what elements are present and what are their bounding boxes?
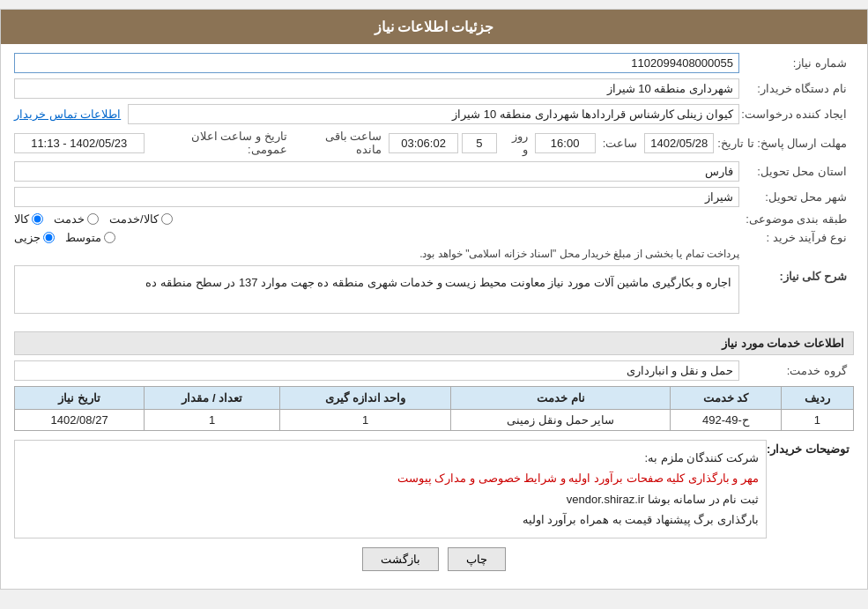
day-value: 5 bbox=[462, 133, 497, 153]
need-number-label: شماره نیاز: bbox=[739, 56, 854, 70]
buyer-notes-line-1: شرکت کنندگان ملزم به: bbox=[22, 448, 759, 468]
day-label: روز و bbox=[501, 130, 531, 156]
buyer-notes-section: توضیحات خریدار: شرکت کنندگان ملزم به: مه… bbox=[14, 440, 854, 538]
remaining-label: ساعت باقی مانده bbox=[294, 130, 385, 156]
table-cell: 1 bbox=[781, 410, 853, 431]
table-row: 1ح-49-492سایر حمل ونقل زمینی111402/08/27 bbox=[15, 410, 854, 431]
table-header-row: ردیف bbox=[781, 387, 853, 410]
service-group-label: گروه خدمت: bbox=[739, 364, 854, 377]
table-header-need-date: تاریخ نیاز bbox=[15, 387, 145, 410]
category-option-kala[interactable]: کالا bbox=[14, 212, 43, 226]
print-button[interactable]: چاپ bbox=[448, 547, 506, 571]
announce-date-label: تاریخ و ساعت اعلان عمومی: bbox=[148, 130, 291, 156]
table-cell: 1 bbox=[280, 410, 451, 431]
purchase-type-motawaset-label: متوسط bbox=[65, 231, 101, 244]
response-deadline-label: مهلت ارسال پاسخ: تا تاریخ: bbox=[717, 137, 854, 150]
page-title: جزئیات اطلاعات نیاز bbox=[1, 10, 867, 44]
purchase-type-label: نوع فرآیند خرید : bbox=[739, 231, 854, 244]
purchase-type-option-motawaset[interactable]: متوسط bbox=[65, 231, 115, 244]
services-section-title: اطلاعات خدمات مورد نیاز bbox=[14, 331, 854, 355]
buyer-notes-line-3: ثبت نام در سامانه بوشا vendor.shiraz.ir bbox=[22, 489, 759, 509]
creator-value: کیوان زینلی کارشناس قراردادها شهرداری من… bbox=[128, 104, 739, 124]
table-header-service-name: نام خدمت bbox=[451, 387, 671, 410]
province-label: استان محل تحویل: bbox=[739, 165, 854, 178]
buyer-org-value: شهرداری منطقه 10 شیراز bbox=[14, 78, 739, 99]
city-label: شهر محل تحویل: bbox=[739, 190, 854, 204]
category-radio-kala[interactable] bbox=[32, 213, 43, 225]
buyer-notes-line-2: مهر و بارگذاری کلیه صفحات برآورد اولیه و… bbox=[22, 468, 759, 488]
purchase-type-option-jozyi[interactable]: جزیی bbox=[14, 231, 55, 244]
purchase-type-radio-jozyi[interactable] bbox=[43, 232, 55, 243]
purchase-type-jozyi-label: جزیی bbox=[14, 231, 41, 244]
description-value: اجاره و بکارگیری ماشین آلات مورد نیاز مع… bbox=[14, 265, 739, 314]
time-label: ساعت: bbox=[599, 137, 642, 150]
remaining-value: 03:06:02 bbox=[389, 133, 458, 153]
services-table: ردیف کد خدمت نام خدمت واحد اندازه گیری ت… bbox=[14, 386, 854, 431]
table-cell: ح-49-492 bbox=[671, 410, 781, 431]
table-header-unit: واحد اندازه گیری bbox=[280, 387, 451, 410]
table-cell: سایر حمل ونقل زمینی bbox=[451, 410, 671, 431]
purchase-type-radio-motawaset[interactable] bbox=[104, 232, 115, 243]
announce-date-value: 1402/05/23 - 11:13 bbox=[14, 133, 145, 153]
buyer-notes-line-4: بارگذاری برگ پیشنهاد قیمت به همراه برآور… bbox=[22, 509, 759, 530]
category-radio-khadamat[interactable] bbox=[87, 213, 99, 225]
creator-label: ایجاد کننده درخواست: bbox=[739, 108, 854, 121]
category-option-kala-label: کالا bbox=[14, 212, 29, 226]
creator-contact-link[interactable]: اطلاعات تماس خریدار bbox=[14, 108, 121, 121]
buyer-notes-content: شرکت کنندگان ملزم به: مهر و بارگذاری کلی… bbox=[14, 440, 767, 538]
table-cell: 1 bbox=[145, 410, 280, 431]
province-value: فارس bbox=[14, 161, 739, 182]
city-value: شیراز bbox=[14, 187, 739, 207]
description-section-label: شرح کلی نیاز: bbox=[739, 265, 854, 283]
buyer-notes-label: توضیحات خریدار: bbox=[767, 440, 854, 538]
need-number-value: 1102099408000055 bbox=[14, 53, 739, 73]
category-option-kala-khadamat[interactable]: کالا/خدمت bbox=[109, 212, 173, 226]
table-cell: 1402/08/27 bbox=[15, 410, 145, 431]
time-value: 16:00 bbox=[535, 133, 596, 153]
table-header-service-code: کد خدمت bbox=[671, 387, 781, 410]
purchase-type-note: پرداخت تمام یا بخشی از مبلغ خریدار محل "… bbox=[14, 248, 739, 260]
buttons-row: چاپ بازگشت bbox=[14, 547, 854, 571]
date-value: 1402/05/28 bbox=[644, 133, 714, 153]
category-radio-kala-khadamat[interactable] bbox=[161, 213, 173, 225]
category-option-khadamat-label: خدمت bbox=[54, 212, 85, 226]
buyer-org-label: نام دستگاه خریدار: bbox=[739, 82, 854, 95]
category-option-khadamat[interactable]: خدمت bbox=[54, 212, 99, 226]
category-radio-group: کالا/خدمت خدمت کالا bbox=[14, 212, 739, 226]
back-button[interactable]: بازگشت bbox=[362, 547, 439, 571]
category-option-kala-khadamat-label: کالا/خدمت bbox=[109, 212, 159, 226]
table-header-quantity: تعداد / مقدار bbox=[145, 387, 280, 410]
category-label: طبقه بندی موضوعی: bbox=[739, 212, 854, 226]
service-group-value: حمل و نقل و انبارداری bbox=[14, 360, 739, 381]
